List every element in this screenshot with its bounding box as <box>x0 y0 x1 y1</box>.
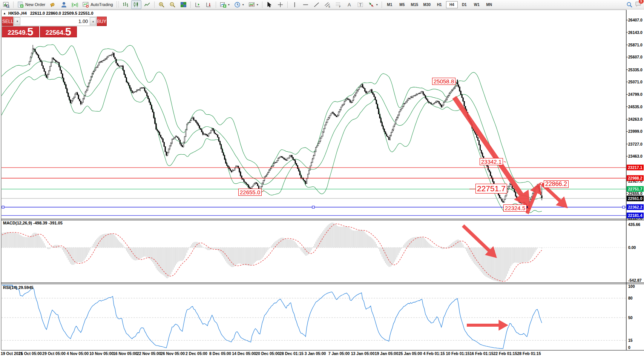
date-label: 16 Feb 01:15 <box>469 351 493 356</box>
price-badge-22362.2: 22362.2 <box>627 204 644 210</box>
chart-canvas[interactable] <box>0 0 644 358</box>
date-label: 25 Jan 05:00 <box>399 351 422 356</box>
date-label: 28 Dec 01:15 <box>279 351 304 356</box>
rsi-axis-tick: 80 <box>628 296 633 300</box>
hline-handle[interactable] <box>312 206 314 208</box>
rsi-red-arrow[interactable] <box>467 320 508 331</box>
date-label: 29 Oct 05:00 <box>42 351 66 356</box>
price-axis-tick: 23463.0 <box>628 154 642 158</box>
date-label: 4 Nov 05:00 <box>67 351 89 356</box>
ask-big-digit: 5 <box>65 27 71 37</box>
hline-handle[interactable] <box>623 206 625 208</box>
date-label: 22 Nov 05:00 <box>137 351 161 356</box>
date-label: 10 Nov 05:00 <box>89 351 113 356</box>
volume-increase-button[interactable]: ▲ <box>90 17 96 25</box>
buy-button[interactable]: BUY <box>97 17 107 26</box>
date-label: 8 Dec 05:00 <box>209 351 231 356</box>
price-label-annotation[interactable]: 22866.2 <box>544 180 569 188</box>
collapse-icon[interactable]: ▲ <box>3 12 6 15</box>
price-axis-tick: 23999.0 <box>628 129 642 134</box>
hline-handle[interactable] <box>2 206 4 208</box>
date-label: 7 Jan 05:00 <box>328 351 350 356</box>
bid-big-digit: 5 <box>27 27 33 37</box>
ask-price[interactable]: 22564.5 <box>40 26 77 37</box>
date-label: 13 Jan 05:00 <box>351 351 374 356</box>
price-axis-tick: 24263.0 <box>628 117 642 121</box>
date-label: 26 Nov 05:00 <box>161 351 185 356</box>
price-badge-22181.4: 22181.4 <box>627 213 644 218</box>
price-axis-tick: 24799.0 <box>628 92 642 97</box>
date-label: 20 Dec 05:00 <box>256 351 280 356</box>
macd-axis-tick: 435.66 <box>628 222 640 227</box>
price-badge-22751.7: 22751.7 <box>627 186 644 192</box>
volume-decrease-button[interactable]: ▼ <box>14 17 20 25</box>
date-label: 14 Dec 05:00 <box>232 351 256 356</box>
date-label: 2 Dec 05:00 <box>186 351 207 356</box>
sell-button[interactable]: SELL <box>2 17 13 26</box>
price-badge-22988.2: 22988.2 <box>627 175 644 181</box>
macd-axis-tick: 0.00 <box>628 245 636 250</box>
rsi-axis-tick: 50 <box>628 315 633 320</box>
rsi-axis-tick: 15 <box>628 338 633 343</box>
price-badge-23217.1: 23217.1 <box>627 165 644 171</box>
price-axis-tick: 25871.0 <box>628 43 642 47</box>
date-label: 4 Feb 01:15 <box>423 351 445 356</box>
ohlc-values: 22611.0 22860.0 22509.5 22551.0 <box>30 11 94 15</box>
mt4-window: New Order AutoTrading <box>0 0 644 358</box>
price-axis-tick: 25335.0 <box>628 68 642 72</box>
price-axis-tick: 23727.0 <box>628 142 642 146</box>
symbol-timeframe-label: HK50-,H4 <box>8 11 27 15</box>
date-label: 3 Jan 05:00 <box>305 351 326 356</box>
macd-axis-tick: -542.87 <box>628 278 642 283</box>
volume-input[interactable] <box>21 17 89 26</box>
macd-label: MACD(12,26,9) -498.39 -391.05 <box>3 221 63 225</box>
rsi-label: RSI(14) 29.5945 <box>3 285 34 290</box>
price-label-annotation[interactable]: 22655.0 <box>238 189 262 196</box>
date-label: 19 Jan 05:00 <box>375 351 398 356</box>
price-axis-tick: 25607.0 <box>628 55 642 59</box>
price-label-annotation[interactable]: 22751.7 <box>475 184 507 194</box>
date-label: 16 Nov 05:00 <box>113 351 137 356</box>
price-label-annotation[interactable]: 25058.8 <box>432 78 455 85</box>
chart-header: ▲ HK50-,H4 22611.0 22860.0 22509.5 22551… <box>3 11 94 15</box>
date-label: 25 Oct 05:00 <box>18 351 42 356</box>
rsi-axis-tick: 100 <box>628 284 635 289</box>
price-axis-tick: 24535.0 <box>628 104 642 109</box>
date-label: 28 Feb 01:15 <box>517 351 541 356</box>
rsi-axis-tick: 0 <box>628 345 630 350</box>
price-label-annotation[interactable]: 23342.1 <box>480 158 503 165</box>
date-label: 22 Feb 01:15 <box>493 351 517 356</box>
bid-price[interactable]: 22549.5 <box>2 26 39 37</box>
price-axis-tick: 25071.0 <box>628 80 642 84</box>
bid-int: 22549 <box>8 29 25 37</box>
one-click-trade-panel: SELL ▼ ▲ BUY 22549.5 22564.5 <box>2 17 77 37</box>
price-axis-tick: 22655.0 <box>628 191 642 196</box>
price-axis-tick: 26143.0 <box>628 30 642 35</box>
ask-int: 22564 <box>46 29 63 37</box>
price-label-annotation[interactable]: 22324.5 <box>503 204 527 212</box>
price-axis-tick: 26407.0 <box>628 18 642 22</box>
volume-control: ▼ ▲ <box>13 17 97 26</box>
date-label: 10 Feb 01:15 <box>446 351 469 356</box>
price-badge-22551.0: 22551.0 <box>627 195 644 201</box>
